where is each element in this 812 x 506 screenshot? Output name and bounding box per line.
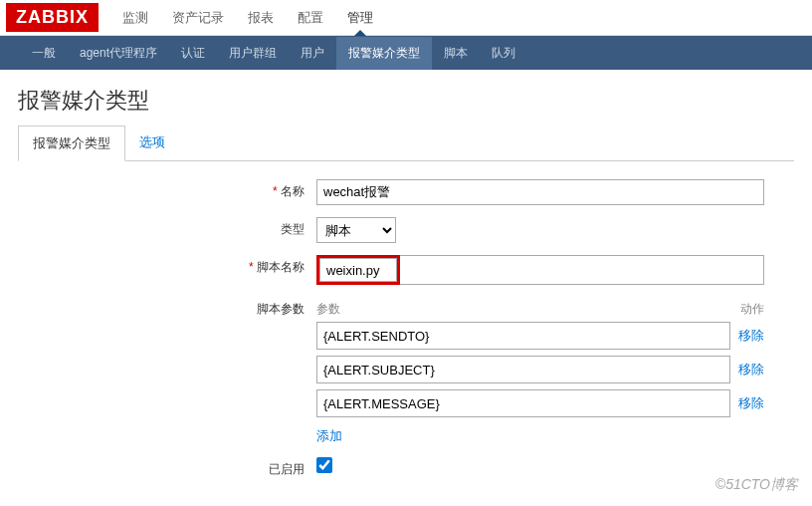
label-enabled: 已启用 — [18, 457, 316, 478]
tabs: 报警媒介类型 选项 — [18, 126, 794, 161]
sub-nav: 一般 agent代理程序 认证 用户群组 用户 报警媒介类型 脚本 队列 — [0, 36, 812, 70]
input-script-name[interactable] — [319, 258, 397, 282]
param-input-0[interactable] — [316, 322, 730, 350]
param-row: 移除 — [316, 322, 764, 350]
param-input-1[interactable] — [316, 356, 730, 383]
param-row: 移除 — [316, 389, 764, 417]
select-type[interactable]: 脚本 — [316, 217, 396, 243]
label-script-name: 脚本名称 — [18, 255, 316, 276]
row-name: 名称 — [18, 179, 794, 205]
top-nav-monitoring[interactable]: 监测 — [110, 1, 160, 35]
param-input-2[interactable] — [316, 389, 730, 417]
tab-options[interactable]: 选项 — [125, 126, 179, 160]
params-col-param: 参数 — [316, 301, 340, 318]
sub-nav-users[interactable]: 用户 — [289, 37, 336, 70]
param-remove-0[interactable]: 移除 — [738, 327, 764, 345]
form: 名称 类型 脚本 脚本名称 脚本参数 参数 — [0, 161, 812, 500]
param-row: 移除 — [316, 356, 764, 383]
page-title: 报警媒介类型 — [0, 70, 812, 126]
logo[interactable]: ZABBIX — [6, 3, 99, 32]
sub-nav-proxies[interactable]: agent代理程序 — [68, 37, 169, 70]
label-name: 名称 — [18, 179, 316, 200]
label-params: 脚本参数 — [18, 297, 316, 318]
sub-nav-auth[interactable]: 认证 — [169, 37, 217, 70]
param-add[interactable]: 添加 — [316, 427, 342, 445]
sub-nav-usergroups[interactable]: 用户群组 — [217, 37, 289, 70]
row-enabled: 已启用 — [18, 457, 794, 478]
top-nav-items: 监测 资产记录 报表 配置 管理 — [110, 1, 385, 35]
row-script-name: 脚本名称 — [18, 255, 794, 285]
param-remove-1[interactable]: 移除 — [738, 361, 764, 379]
script-name-highlight — [316, 255, 400, 285]
sub-nav-scripts[interactable]: 脚本 — [432, 37, 480, 70]
sub-nav-general[interactable]: 一般 — [20, 37, 68, 70]
sub-nav-queue[interactable]: 队列 — [480, 37, 527, 70]
button-bar: 更新 克隆 删除 取消 — [299, 500, 812, 506]
label-type: 类型 — [18, 217, 316, 238]
input-script-name-rest[interactable] — [400, 255, 764, 285]
top-nav-configuration[interactable]: 配置 — [286, 1, 335, 35]
row-type: 类型 脚本 — [18, 217, 794, 243]
top-nav-inventory[interactable]: 资产记录 — [160, 1, 236, 35]
params-col-action: 动作 — [740, 301, 764, 318]
checkbox-enabled[interactable] — [316, 457, 332, 473]
sub-nav-mediatypes[interactable]: 报警媒介类型 — [336, 37, 432, 70]
input-name[interactable] — [316, 179, 764, 205]
param-remove-2[interactable]: 移除 — [738, 394, 764, 412]
top-nav-reports[interactable]: 报表 — [236, 1, 286, 35]
top-nav: ZABBIX 监测 资产记录 报表 配置 管理 — [0, 0, 812, 36]
top-nav-administration[interactable]: 管理 — [335, 1, 385, 35]
tab-mediatype[interactable]: 报警媒介类型 — [18, 126, 125, 161]
row-params: 脚本参数 参数 动作 移除 移除 移除 添加 — [18, 297, 794, 445]
watermark: ©51CTO博客 — [715, 476, 798, 494]
